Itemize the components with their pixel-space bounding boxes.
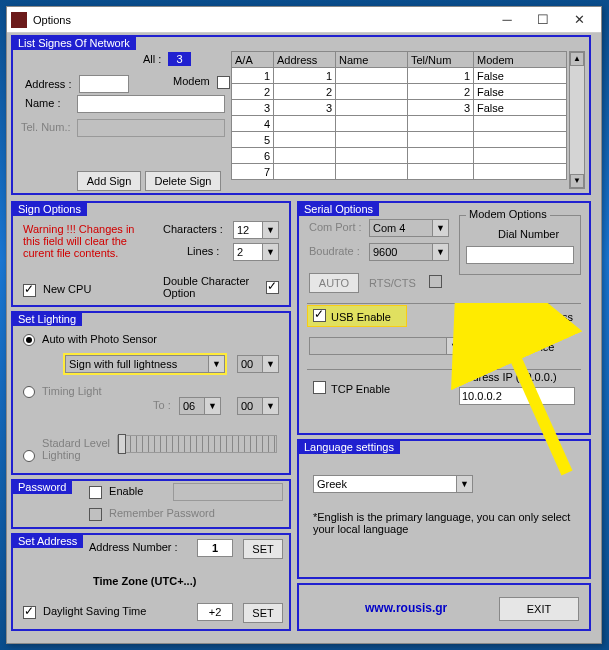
rts-label: RTS/CTS xyxy=(369,277,416,289)
chevron-down-icon: ▼ xyxy=(446,338,462,354)
table-row: 111False xyxy=(232,68,567,84)
std-label: Stadard Level Lighting xyxy=(42,437,116,461)
tz-input[interactable] xyxy=(197,603,233,621)
timing-radio[interactable] xyxy=(23,386,35,398)
language-panel: Language settings Greek▼ *English is the… xyxy=(297,439,591,579)
auto-radio[interactable] xyxy=(23,334,35,346)
address-label: Address : xyxy=(25,78,71,90)
sign-options-panel: Sign Options Warning !!! Changes in this… xyxy=(11,201,291,307)
exit-button[interactable]: EXIT xyxy=(499,597,579,621)
sign-options-title: Sign Options xyxy=(12,202,87,216)
to-label: To : xyxy=(153,399,171,411)
chars-label: Characters : xyxy=(163,223,223,235)
table-row: 7 xyxy=(232,164,567,180)
tcp-label: TCP Enable xyxy=(331,383,390,395)
lines-label: Lines : xyxy=(187,245,219,257)
chevron-down-icon: ▼ xyxy=(456,476,472,492)
chevron-down-icon: ▼ xyxy=(432,220,448,236)
name-label: Name : xyxy=(25,97,60,109)
col-modem: Modem xyxy=(474,52,567,68)
table-row: 333False xyxy=(232,100,567,116)
dial-label: Dial Number xyxy=(498,228,559,240)
slider-thumb[interactable] xyxy=(118,434,126,454)
modem-options-group: Modem Options Dial Number xyxy=(459,215,581,275)
col-address: Address xyxy=(274,52,336,68)
titlebar[interactable]: Options ─ ☐ ✕ xyxy=(7,7,601,33)
website-link[interactable]: www.rousis.gr xyxy=(365,601,447,615)
table-row: 6 xyxy=(232,148,567,164)
addr-num-input[interactable] xyxy=(197,539,233,557)
chevron-down-icon: ▼ xyxy=(432,244,448,260)
chevron-down-icon: ▼ xyxy=(262,356,278,372)
serial-title: Serial Options xyxy=(298,202,379,216)
std-radio[interactable] xyxy=(23,450,35,462)
name-input[interactable] xyxy=(77,95,225,113)
delete-sign-button[interactable]: Delete Sign xyxy=(145,171,221,191)
dial-input[interactable] xyxy=(466,246,574,264)
newcpu-label: New CPU xyxy=(43,283,91,295)
dst-checkbox[interactable] xyxy=(23,606,36,619)
usb-checkbox[interactable] xyxy=(313,309,326,322)
ip-label: Address IP (10.0.0.) xyxy=(459,371,557,383)
address-title: Set Address xyxy=(12,534,83,548)
address-panel: Set Address Address Number : SET Time Zo… xyxy=(11,533,291,631)
rf-device-combo[interactable]: ▼ xyxy=(309,337,463,355)
chevron-down-icon: ▼ xyxy=(262,398,278,414)
modem-checkbox[interactable] xyxy=(217,76,230,89)
addr-set-button[interactable]: SET xyxy=(243,539,283,559)
add-sign-button[interactable]: Add Sign xyxy=(77,171,141,191)
auto-button[interactable]: AUTO xyxy=(309,273,359,293)
close-button[interactable]: ✕ xyxy=(561,8,597,32)
scroll-down-icon[interactable]: ▼ xyxy=(570,174,584,188)
fullness-combo[interactable]: Sign with full lightness▼ xyxy=(65,355,225,373)
signs-table[interactable]: A/A Address Name Tel/Num Modem 111False … xyxy=(231,51,567,180)
password-title: Password xyxy=(12,480,72,494)
language-combo[interactable]: Greek▼ xyxy=(313,475,473,493)
remember-pw-label: Remember Password xyxy=(109,507,215,519)
password-input xyxy=(173,483,283,501)
auto-label: Auto with Photo Sensor xyxy=(42,333,157,345)
tcp-checkbox[interactable] xyxy=(313,381,326,394)
std-slider[interactable] xyxy=(117,435,277,453)
password-panel: Password Enable Remember Password xyxy=(11,479,291,529)
warning-text: Warning !!! Changes in this field will c… xyxy=(23,223,153,259)
dblchar-checkbox[interactable] xyxy=(266,281,279,294)
table-row: 4 xyxy=(232,116,567,132)
tel-label: Tel. Num.: xyxy=(21,121,71,133)
to-m-combo: 00▼ xyxy=(237,397,279,415)
rf-selected-label: Selected Device xyxy=(475,341,555,353)
all-value: 3 xyxy=(168,52,190,66)
chevron-down-icon: ▼ xyxy=(208,356,224,372)
tz-set-button[interactable]: SET xyxy=(243,603,283,623)
options-window: Options ─ ☐ ✕ List Signes Of Network All… xyxy=(6,6,602,644)
footer-panel: www.rousis.gr EXIT xyxy=(297,583,591,631)
tel-input xyxy=(77,119,225,137)
maximize-button[interactable]: ☐ xyxy=(525,8,561,32)
ip-input[interactable] xyxy=(459,387,575,405)
lighting-title: Set Lighting xyxy=(12,312,82,326)
chars-combo[interactable]: 12▼ xyxy=(233,221,279,239)
col-tel: Tel/Num xyxy=(408,52,474,68)
fullness-time: 00▼ xyxy=(237,355,279,373)
address-input[interactable] xyxy=(79,75,129,93)
timing-label: Timing Light xyxy=(42,385,102,397)
scroll-up-icon[interactable]: ▲ xyxy=(570,52,584,66)
enable-pw-checkbox[interactable] xyxy=(89,486,102,499)
enable-pw-label: Enable xyxy=(109,485,143,497)
chevron-down-icon: ▼ xyxy=(262,222,278,238)
network-title: List Signes Of Network xyxy=(12,36,136,50)
lines-combo[interactable]: 2▼ xyxy=(233,243,279,261)
to-h-combo: 06▼ xyxy=(179,397,221,415)
baud-combo: 9600▼ xyxy=(369,243,449,261)
all-label: All : xyxy=(143,53,161,65)
dst-label: Daylight Saving Time xyxy=(43,605,146,617)
table-scrollbar[interactable]: ▲ ▼ xyxy=(569,51,585,189)
rts-checkbox xyxy=(429,275,442,288)
chevron-down-icon: ▼ xyxy=(204,398,220,414)
rf-checkbox[interactable] xyxy=(495,309,508,322)
newcpu-checkbox[interactable] xyxy=(23,284,36,297)
usb-label: USB Enable xyxy=(331,311,391,323)
table-row: 222False xyxy=(232,84,567,100)
minimize-button[interactable]: ─ xyxy=(489,8,525,32)
remember-pw-checkbox xyxy=(89,508,102,521)
